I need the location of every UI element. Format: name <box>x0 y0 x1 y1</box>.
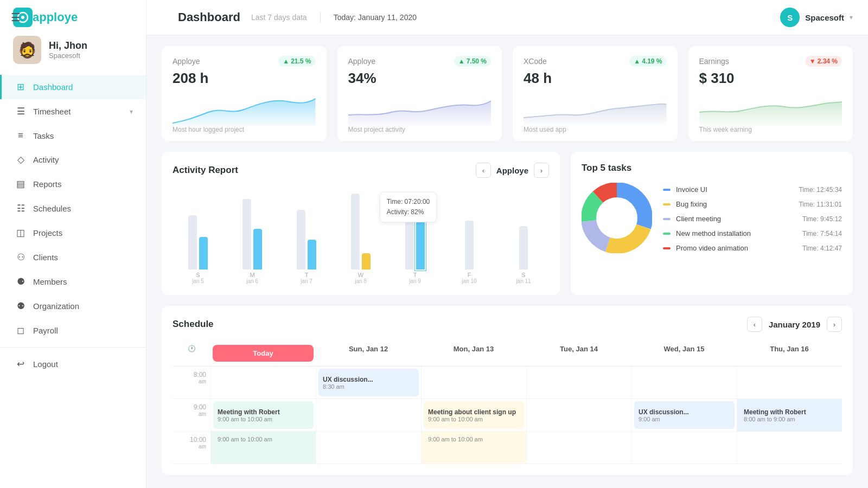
sidebar-item-activity[interactable]: ◇ Activity <box>0 147 146 172</box>
bar-group-2: T jan 7 <box>281 210 332 284</box>
event-title-ux-wed: UX discussion... <box>639 408 730 416</box>
dashboard-icon: ⊞ <box>15 81 27 93</box>
sidebar-item-projects[interactable]: ◫ Projects <box>0 221 146 245</box>
event-meeting-robert[interactable]: Meeting with Robert 9:00 am to 10:00 am <box>213 401 314 429</box>
sched-wed-10am <box>631 432 737 464</box>
timesheet-icon: ☰ <box>15 106 27 117</box>
topbar: ☰ Dashboard Last 7 days data Today: Janu… <box>146 0 868 35</box>
top-tasks-header: Top 5 tasks <box>582 163 842 174</box>
user-avatar: S <box>780 8 800 27</box>
stat-footer-0: Most hour logged project <box>173 126 316 141</box>
bar-group-6: S jan 11 <box>498 226 549 284</box>
profile-info: Hi, Jhon Spacesoft <box>49 40 87 60</box>
sidebar-item-schedules[interactable]: ☷ Schedules <box>0 196 146 221</box>
bar-tooltip: Time: 07:20:00 Activity: 82% <box>380 192 437 222</box>
nav-label-timesheet: Timesheet <box>33 107 71 116</box>
task-left-4: Promo video animation <box>663 244 748 252</box>
next-project-button[interactable]: › <box>534 163 549 178</box>
bar-date-2: jan 7 <box>301 278 312 284</box>
stat-badge-1: ▲ 7.50 % <box>454 56 491 67</box>
time-8am-period: am <box>177 378 206 384</box>
nav-label-tasks: Tasks <box>33 131 54 140</box>
time-9am-period: am <box>177 411 206 417</box>
event-continued-mon: 9:00 am to 10:00 am <box>424 434 524 445</box>
nav-label-members: Members <box>33 277 67 286</box>
schedule-header: Schedule ‹ January 2019 › <box>173 317 842 332</box>
task-time-1: Time: 11:31:01 <box>799 201 842 208</box>
task-time-0: Time: 12:45:34 <box>799 186 842 194</box>
project-label: Apploye <box>496 166 528 175</box>
bar-day-4: T <box>413 272 417 278</box>
event-ux-discussion-wed[interactable]: UX discussion... 9:00 am <box>634 401 735 429</box>
clock-icon: 🕐 <box>188 345 196 352</box>
today-button[interactable]: Today <box>213 345 314 362</box>
next-month-button[interactable]: › <box>827 317 842 332</box>
up-arrow-icon: ▲ <box>283 57 289 65</box>
logout-icon: ↩ <box>15 358 27 370</box>
bar-color-1 <box>253 229 262 269</box>
sched-tue-8am <box>526 367 631 399</box>
organization-icon: ⚉ <box>15 300 27 312</box>
event-title-robert-thu: Meeting with Robert <box>744 408 835 416</box>
sidebar-item-payroll[interactable]: ◻ Payroll <box>0 318 146 343</box>
sched-today-8am <box>210 367 316 399</box>
dropdown-arrow-icon[interactable]: ▾ <box>850 14 853 21</box>
bar-date-0: jan 5 <box>192 278 204 284</box>
projects-icon: ◫ <box>15 227 27 239</box>
stat-badge-text-3: 2.34 % <box>818 57 838 65</box>
bar-day-6: S <box>521 272 525 278</box>
task-item-2: Client meeting Time: 9:45:12 <box>663 211 842 226</box>
header-user: S Spacesoft ▾ <box>780 8 853 27</box>
main-content: ☰ Dashboard Last 7 days data Today: Janu… <box>146 0 868 488</box>
bar-group-0: S jan 5 <box>173 215 224 284</box>
sched-thu-9am: Meeting with Robert 8:00 am to 9:00 am <box>737 399 842 432</box>
event-client-signup[interactable]: Meeting about client sign up 9:00 am to … <box>424 401 524 429</box>
col-header-1: Sun, Jan 12 <box>316 341 421 367</box>
bar-gray-0 <box>188 215 197 269</box>
stat-footer-2: Most used app <box>524 126 667 141</box>
sched-wed-8am <box>631 367 737 399</box>
sidebar-item-timesheet[interactable]: ☰ Timesheet ▾ <box>0 99 146 124</box>
stat-label-2: XCode <box>524 57 547 66</box>
svg-point-7 <box>601 202 633 234</box>
schedule-section: Schedule ‹ January 2019 › 🕐 Today Sun, J… <box>162 306 853 475</box>
col-header-2: Mon, Jan 13 <box>421 341 526 367</box>
sidebar-item-tasks[interactable]: ≡ Tasks <box>0 124 146 147</box>
event-ux-discussion[interactable]: UX discussion... 8:30 am <box>318 369 419 396</box>
sidebar-item-organization[interactable]: ⚉ Organization <box>0 294 146 318</box>
bar-date-4: jan 9 <box>409 278 421 284</box>
sidebar: apploye 🧔 Hi, Jhon Spacesoft ⊞ Dashboard… <box>0 0 146 488</box>
task-item-3: New method installation Time: 7:54:14 <box>663 226 842 241</box>
bar-color-2 <box>308 240 316 269</box>
stat-label-1: Apploye <box>348 57 376 66</box>
prev-month-button[interactable]: ‹ <box>747 317 762 332</box>
task-item-0: Invoice UI Time: 12:45:34 <box>663 182 842 197</box>
bar-group-1: M jan 6 <box>227 199 278 284</box>
sidebar-item-reports[interactable]: ▤ Reports <box>0 172 146 196</box>
user-profile: 🧔 Hi, Jhon Spacesoft <box>0 27 146 75</box>
sidebar-item-members[interactable]: ⚈ Members <box>0 269 146 294</box>
stat-badge-2: ▲ 4.19 % <box>629 56 666 67</box>
stat-badge-text-0: 21.5 % <box>291 57 311 65</box>
stat-footer-1: Most project activity <box>348 126 492 141</box>
sidebar-item-logout[interactable]: ↩ Logout <box>0 352 146 376</box>
prev-project-button[interactable]: ‹ <box>476 163 491 178</box>
stat-card-earnings: Earnings ▼ 2.34 % $ 310 <box>688 46 853 141</box>
task-left-0: Invoice UI <box>663 185 707 194</box>
greeting: Hi, Jhon <box>49 40 87 52</box>
sched-thu-10am <box>737 432 842 464</box>
sidebar-item-clients[interactable]: ⚇ Clients <box>0 245 146 269</box>
tasks-icon: ≡ <box>15 130 27 141</box>
header-date: Today: January 11, 2020 <box>334 13 417 22</box>
bar-date-5: jan 10 <box>462 278 476 284</box>
sidebar-item-dashboard[interactable]: ⊞ Dashboard <box>0 75 146 99</box>
sched-sun-8am: UX discussion... 8:30 am <box>316 367 421 399</box>
bar-day-3: W <box>358 272 363 278</box>
event-meeting-robert-thu[interactable]: Meeting with Robert 8:00 am to 9:00 am <box>739 401 840 429</box>
task-left-3: New method installation <box>663 229 751 237</box>
task-name-3: New method installation <box>676 229 751 237</box>
schedule-grid: 🕐 Today Sun, Jan 12 Mon, Jan 13 Tue, Jan… <box>173 341 842 464</box>
stat-value-2: 48 h <box>524 70 667 87</box>
event-time-ux-wed: 9:00 am <box>639 416 730 422</box>
bar-group-5: F jan 10 <box>444 221 495 284</box>
